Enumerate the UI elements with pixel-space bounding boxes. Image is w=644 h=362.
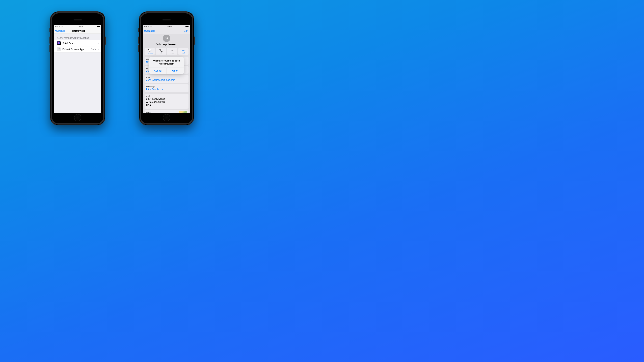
- message-button[interactable]: 💬 message: [144, 48, 155, 55]
- video-button: ■ video: [167, 48, 177, 55]
- svg-point-2: [58, 48, 59, 49]
- screen-settings: Carrier 7:32 PM ‹ Settings TestBrowser A…: [54, 25, 101, 113]
- wifi-icon: [61, 25, 63, 27]
- alert-dialog: “Contacts” wants to open “TestBrowser” C…: [149, 57, 184, 74]
- action-label: call: [160, 52, 162, 54]
- settings-list: Siri & Search › Default Browser App Safa…: [54, 40, 101, 52]
- field-value: https://apple.com: [146, 88, 187, 91]
- field-label: work: [146, 95, 187, 97]
- call-button: 📞 call: [156, 48, 166, 55]
- avatar: JA: [163, 35, 170, 42]
- back-label: Settings: [56, 29, 65, 32]
- volume-up-button[interactable]: [138, 36, 139, 43]
- card-work-address[interactable]: work 3494 Kuhl AvenueAtlanta GA 30303USA: [144, 94, 188, 109]
- svg-point-9: [59, 50, 60, 50]
- section-header: ALLOW TESTBROWSER TO ACCESS: [54, 34, 101, 40]
- row-value: Safari: [91, 48, 97, 51]
- battery-icon: [186, 26, 189, 27]
- screen-contacts: Carrier 7:35 PM ‹ Contacts Edit JA John …: [143, 25, 190, 113]
- row-default-browser[interactable]: Default Browser App Safari ›: [54, 46, 101, 52]
- carrier-label: Carrier: [144, 25, 150, 27]
- svg-point-8: [58, 50, 59, 50]
- row-siri-search[interactable]: Siri & Search ›: [54, 40, 101, 46]
- svg-point-7: [58, 50, 58, 50]
- mute-switch[interactable]: [50, 28, 50, 32]
- phone-left: Carrier 7:32 PM ‹ Settings TestBrowser A…: [50, 11, 105, 125]
- contact-actions: 💬 message 📞 call ■ video ✉ mail: [144, 48, 188, 55]
- phone-speaker: [162, 19, 171, 20]
- battery-icon: [96, 26, 100, 27]
- volume-down-button[interactable]: [138, 45, 139, 52]
- alert-cancel-button[interactable]: Cancel: [149, 68, 167, 74]
- phone-right: Carrier 7:35 PM ‹ Contacts Edit JA John …: [139, 11, 194, 125]
- svg-point-6: [59, 49, 60, 49]
- card-home-address[interactable]: home: [144, 110, 188, 113]
- row-label: Siri & Search: [62, 42, 98, 44]
- field-value: 3494 Kuhl AvenueAtlanta GA 30303USA: [146, 97, 187, 107]
- contact-name: John Appleseed: [144, 43, 188, 46]
- wifi-icon: [150, 25, 152, 27]
- power-button[interactable]: [194, 36, 195, 44]
- phone-speaker: [74, 19, 82, 20]
- generic-app-icon: [57, 47, 61, 51]
- nav-bar: ‹ Settings TestBrowser: [54, 28, 101, 34]
- volume-up-button[interactable]: [50, 36, 50, 43]
- home-button[interactable]: [74, 114, 81, 121]
- status-bar: Carrier 7:35 PM: [143, 25, 190, 28]
- back-button[interactable]: ‹ Settings: [54, 29, 66, 32]
- field-label: homepage: [146, 86, 187, 88]
- mute-switch[interactable]: [138, 28, 139, 32]
- mail-icon: ✉: [182, 49, 184, 52]
- siri-icon: [57, 41, 61, 45]
- row-label: Default Browser App: [62, 48, 91, 51]
- svg-point-1: [58, 48, 58, 49]
- volume-down-button[interactable]: [50, 45, 50, 52]
- message-icon: 💬: [148, 49, 152, 52]
- svg-point-4: [58, 49, 58, 49]
- nav-bar: ‹ Contacts Edit: [143, 28, 190, 34]
- map-thumbnail: [179, 111, 187, 113]
- alert-open-button[interactable]: Open: [167, 68, 184, 74]
- status-time: 7:35 PM: [166, 25, 172, 27]
- home-button[interactable]: [163, 114, 170, 121]
- edit-button[interactable]: Edit: [184, 29, 188, 32]
- chevron-right-icon: ›: [98, 42, 99, 45]
- back-label: Contacts: [145, 29, 155, 32]
- status-bar: Carrier 7:32 PM: [54, 25, 101, 28]
- svg-point-5: [58, 49, 59, 49]
- chevron-right-icon: ›: [98, 48, 99, 51]
- status-time: 7:32 PM: [77, 25, 83, 27]
- card-homepage[interactable]: homepage https://apple.com: [144, 84, 188, 92]
- video-icon: ■: [172, 49, 173, 52]
- svg-point-3: [59, 48, 60, 49]
- mail-button[interactable]: ✉ mail: [178, 48, 188, 55]
- action-label: message: [146, 52, 153, 54]
- field-value: John-Appleseed@mac.com: [146, 79, 187, 81]
- carrier-label: Carrier: [55, 25, 60, 27]
- action-label: mail: [182, 52, 185, 54]
- action-label: video: [170, 52, 174, 54]
- power-button[interactable]: [105, 36, 106, 44]
- field-label: work: [146, 76, 187, 78]
- back-button[interactable]: ‹ Contacts: [143, 29, 155, 32]
- phone-icon: 📞: [159, 49, 163, 52]
- alert-message: “Contacts” wants to open “TestBrowser”: [149, 57, 184, 67]
- card-work-email[interactable]: work John-Appleseed@mac.com: [144, 75, 188, 83]
